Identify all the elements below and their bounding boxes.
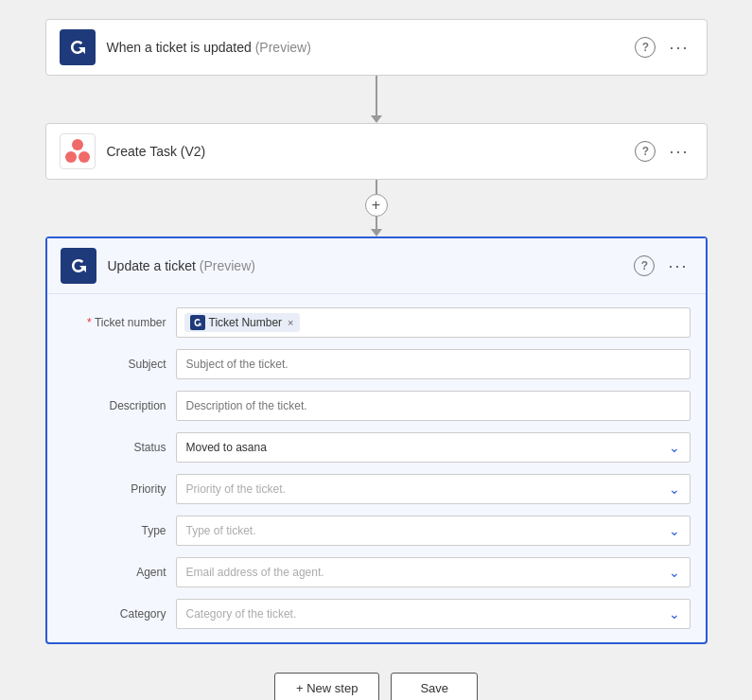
priority-select[interactable]: Priority of the ticket. ⌄: [176, 474, 691, 504]
ticket-number-row: Ticket number Ticket Number ×: [62, 307, 691, 338]
step1-title: When a ticket is updated (Preview): [107, 40, 624, 55]
svg-point-3: [79, 151, 90, 163]
plus-connector: +: [365, 180, 388, 236]
tag-close-button[interactable]: ×: [288, 317, 293, 328]
agent-chevron-icon: ⌄: [669, 565, 680, 580]
svg-point-1: [72, 139, 83, 150]
step2-card[interactable]: Create Task (V2) ? ···: [45, 123, 708, 180]
category-chevron-icon: ⌄: [669, 606, 680, 621]
priority-label: Priority: [62, 482, 166, 496]
step1-more-button[interactable]: ···: [665, 38, 692, 58]
save-button[interactable]: Save: [391, 673, 478, 700]
type-row: Type Type of ticket. ⌄: [62, 516, 691, 546]
category-label: Category: [62, 607, 166, 621]
agent-label: Agent: [62, 566, 166, 579]
type-label: Type: [62, 524, 166, 537]
arrow-connector-1: [371, 76, 382, 123]
tag-logo-icon: [190, 315, 205, 330]
description-input[interactable]: [176, 391, 691, 421]
ticket-number-input[interactable]: Ticket Number ×: [176, 307, 691, 338]
priority-placeholder: Priority of the ticket.: [186, 482, 286, 496]
step3-more-button[interactable]: ···: [664, 256, 691, 276]
step1-card[interactable]: When a ticket is updated (Preview) ? ···: [45, 19, 708, 76]
step1-help-button[interactable]: ?: [635, 37, 656, 58]
category-placeholder: Category of the ticket.: [186, 607, 297, 621]
status-row: Status Moved to asana ⌄: [62, 432, 691, 463]
plus-arrow-head: [371, 229, 382, 236]
category-row: Category Category of the ticket. ⌄: [62, 599, 691, 629]
step3-icon: [61, 248, 96, 284]
svg-rect-4: [66, 254, 91, 278]
subject-input[interactable]: [176, 349, 691, 379]
step2-actions: ? ···: [635, 141, 692, 162]
status-chevron-icon: ⌄: [669, 440, 680, 455]
status-value: Moved to asana: [186, 441, 267, 454]
agent-row: Agent Email address of the agent. ⌄: [62, 557, 691, 587]
step2-title: Create Task (V2): [107, 144, 624, 159]
bottom-actions: + New step Save: [274, 673, 478, 700]
subject-row: Subject: [62, 349, 691, 379]
step3-card: Update a ticket (Preview) ? ··· Ticket n…: [45, 236, 708, 644]
type-placeholder: Type of ticket.: [186, 524, 256, 537]
plus-line-top: [376, 180, 377, 194]
step2-icon: [60, 133, 96, 169]
step3-body: Ticket number Ticket Number × Sub: [47, 294, 706, 642]
status-label: Status: [62, 441, 166, 454]
type-select[interactable]: Type of ticket. ⌄: [176, 516, 691, 546]
step3-actions: ? ···: [634, 255, 691, 276]
category-select[interactable]: Category of the ticket. ⌄: [176, 599, 691, 629]
description-row: Description: [62, 391, 691, 421]
add-step-button[interactable]: +: [365, 194, 388, 217]
priority-row: Priority Priority of the ticket. ⌄: [62, 474, 691, 504]
ticket-number-tag: Ticket Number ×: [184, 313, 300, 332]
arrow-head: [371, 115, 382, 123]
arrow-line: [376, 76, 377, 115]
step1-actions: ? ···: [635, 37, 692, 58]
agent-select[interactable]: Email address of the agent. ⌄: [176, 557, 691, 587]
ticket-number-label: Ticket number: [62, 316, 166, 329]
flow-container: When a ticket is updated (Preview) ? ···…: [38, 19, 714, 700]
step3-help-button[interactable]: ?: [634, 255, 655, 276]
step2-more-button[interactable]: ···: [665, 142, 692, 162]
status-select[interactable]: Moved to asana ⌄: [176, 432, 691, 463]
step2-help-button[interactable]: ?: [635, 141, 656, 162]
step3-header[interactable]: Update a ticket (Preview) ? ···: [47, 238, 706, 294]
step3-title: Update a ticket (Preview): [108, 258, 623, 273]
agent-placeholder: Email address of the agent.: [186, 566, 324, 579]
new-step-button[interactable]: + New step: [274, 673, 379, 700]
type-chevron-icon: ⌄: [669, 523, 680, 538]
plus-line-bottom: [376, 217, 377, 229]
subject-label: Subject: [62, 358, 166, 371]
description-label: Description: [62, 399, 166, 412]
priority-chevron-icon: ⌄: [669, 481, 680, 497]
svg-point-2: [65, 151, 77, 163]
svg-rect-0: [65, 35, 90, 60]
step1-icon: [60, 29, 96, 65]
